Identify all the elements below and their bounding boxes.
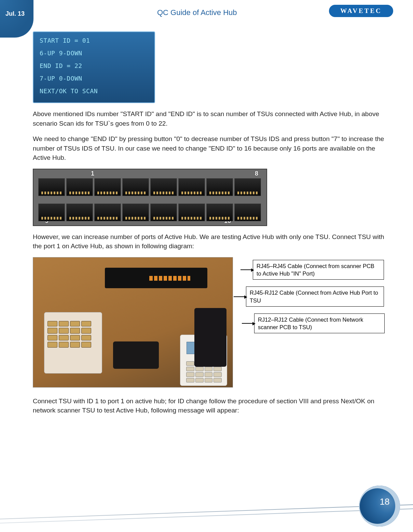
- body-text-block-2: However, we can increase number of ports…: [33, 232, 385, 251]
- body-text-block-3: Connect TSU with ID 1 to port 1 on activ…: [33, 396, 385, 415]
- arrow-icon: [242, 323, 254, 324]
- rj-port: [234, 204, 261, 221]
- page-content: START ID = 01 6-UP 9-DOWN END ID = 22 7-…: [33, 31, 385, 421]
- body-text-block-1: Above mentioned IDs number "START ID" an…: [33, 109, 385, 163]
- date-tab: Jul. 13: [0, 0, 33, 38]
- connection-figure-row: RJ45–RJ45 Cable (Connect from scanner PC…: [33, 257, 385, 388]
- rj-port: [38, 204, 65, 221]
- arrow-icon: [234, 296, 246, 297]
- footer-line: [0, 504, 413, 520]
- footer-line: [0, 508, 413, 524]
- callout-row-1: RJ45–RJ45 Cable (Connect from scanner PC…: [240, 260, 385, 280]
- lcd-line-1: START ID = 01: [40, 37, 148, 44]
- power-adapter-1: [113, 341, 159, 369]
- lcd-line-4: 7-UP 0-DOWN: [40, 75, 148, 82]
- brand-logo: WAVETEC: [329, 5, 393, 17]
- rj-port: [122, 178, 149, 196]
- rj-port: [206, 178, 233, 196]
- rj-port: [178, 204, 205, 221]
- paragraph-2: We need to change "END ID" by pressing b…: [33, 134, 385, 163]
- hub-ports-figure: 1 8 9 16: [33, 169, 267, 226]
- rj-port: [150, 178, 177, 196]
- callout-row-3: RJ12–RJ12 Cable (Connect from Network sc…: [242, 313, 385, 334]
- rj-port: [150, 204, 177, 221]
- lcd-line-3: END ID = 22: [40, 62, 148, 69]
- arrow-icon: [240, 269, 253, 270]
- rj-port: [206, 204, 233, 221]
- port-label-1: 1: [91, 170, 94, 177]
- scanner-keypad: [47, 321, 91, 348]
- rj-port: [122, 204, 149, 221]
- rj-port: [234, 178, 261, 196]
- lcd-line-5: NEXT/OK TO SCAN: [40, 87, 148, 95]
- logo-text: WAVETEC: [340, 7, 382, 14]
- rj-port: [38, 178, 65, 196]
- rj-port: [178, 178, 205, 196]
- rj-port: [66, 204, 93, 221]
- callout-row-2: RJ45-RJ12 Cable (Connect from Active Hub…: [234, 286, 385, 307]
- connection-photo: [33, 257, 233, 388]
- paragraph-3: However, we can increase number of ports…: [33, 232, 385, 251]
- callout-box-1: RJ45–RJ45 Cable (Connect from scanner PC…: [253, 260, 384, 280]
- active-hub-device: [105, 268, 207, 288]
- port-row-top: [38, 178, 261, 196]
- lcd-panel: START ID = 01 6-UP 9-DOWN END ID = 22 7-…: [33, 31, 155, 103]
- rj-port: [66, 178, 93, 196]
- callout-box-2: RJ45-RJ12 Cable (Connect from Active Hub…: [246, 286, 384, 307]
- page-title: QC Guide of Active Hub: [157, 8, 237, 17]
- callout-box-3: RJ12–RJ12 Cable (Connect from Network sc…: [254, 313, 385, 334]
- page-number-badge: 18: [359, 486, 400, 527]
- date-text: Jul. 13: [5, 10, 25, 17]
- page-number: 18: [380, 496, 390, 507]
- rj-port: [94, 204, 121, 221]
- lcd-line-2: 6-UP 9-DOWN: [40, 50, 148, 57]
- paragraph-1: Above mentioned IDs number "START ID" an…: [33, 109, 385, 128]
- power-adapter-2: [194, 308, 226, 367]
- rj-port: [94, 178, 121, 196]
- port-label-8: 8: [255, 170, 258, 177]
- paragraph-4: Connect TSU with ID 1 to port 1 on activ…: [33, 396, 385, 415]
- callout-column: RJ45–RJ45 Cable (Connect from scanner PC…: [240, 257, 385, 340]
- port-row-bottom: [38, 204, 261, 221]
